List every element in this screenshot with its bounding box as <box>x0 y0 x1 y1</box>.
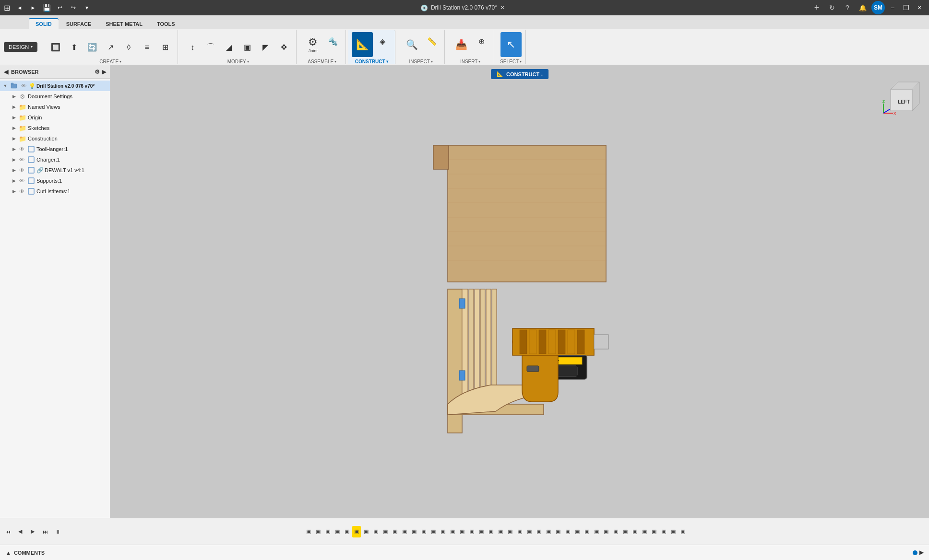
shell-btn[interactable]: ▣ <box>238 38 256 57</box>
move-btn[interactable]: ✥ <box>275 38 292 57</box>
tree-item-root[interactable]: ▼ 👁 💡 Drill Station v2.0 076 v70° <box>0 81 110 91</box>
expand-dewalt[interactable]: ▶ <box>11 167 17 174</box>
assemble-btn2[interactable]: 🔩 <box>324 32 342 51</box>
expand-charger[interactable]: ▶ <box>11 156 17 163</box>
tl-btn-9[interactable]: ▣ <box>381 526 390 537</box>
rib-btn[interactable]: ≡ <box>138 38 155 57</box>
sweep-btn[interactable]: ↗ <box>102 38 119 57</box>
insert-main-btn[interactable]: 📥 <box>451 32 472 57</box>
title-close-icon[interactable]: ✕ <box>500 4 505 11</box>
tl-btn-2[interactable]: ▣ <box>314 526 322 537</box>
add-tab-btn[interactable]: + <box>810 1 823 14</box>
tl-btn-29[interactable]: ▣ <box>573 526 582 537</box>
expand-doc-settings[interactable]: ▶ <box>11 93 17 100</box>
tl-btn-15[interactable]: ▣ <box>439 526 447 537</box>
tl-btn-16[interactable]: ▣ <box>448 526 457 537</box>
close-btn[interactable]: × <box>914 2 925 13</box>
revolve-btn[interactable]: 🔄 <box>83 38 101 57</box>
charger-eye-icon[interactable]: 👁 <box>18 156 25 163</box>
fillet-btn[interactable]: ⌒ <box>202 38 219 57</box>
tree-item-construction[interactable]: ▶ 📁 Construction <box>0 133 110 144</box>
tl-btn-20[interactable]: ▣ <box>487 526 495 537</box>
tree-item-dewalt[interactable]: ▶ 👁 🔗 DEWALT v1 v4:1 <box>0 165 110 175</box>
root-bulb-icon[interactable]: 💡 <box>29 82 36 89</box>
extrude-btn[interactable]: ⬆ <box>65 38 83 57</box>
expand-toolhanger[interactable]: ▶ <box>11 146 17 152</box>
tl-btn-3[interactable]: ▣ <box>323 526 332 537</box>
web-btn[interactable]: ⊞ <box>156 38 174 57</box>
select-main-btn[interactable]: ↖ <box>500 32 522 57</box>
inspect-btn2[interactable]: 📏 <box>423 32 441 51</box>
insert-label[interactable]: INSERT ▾ <box>460 59 481 64</box>
press-pull-btn[interactable]: ↕ <box>184 38 201 57</box>
viewport[interactable]: LEFT X Z <box>110 65 929 518</box>
app-menu-icon[interactable]: ⊞ <box>4 3 10 12</box>
refresh-btn[interactable]: ↻ <box>825 1 839 14</box>
expand-root[interactable]: ▼ <box>2 82 9 89</box>
expand-supports[interactable]: ▶ <box>11 177 17 184</box>
toolhanger-eye-icon[interactable]: 👁 <box>18 146 25 152</box>
tree-item-charger[interactable]: ▶ 👁 Charger:1 <box>0 154 110 165</box>
tl-btn-14[interactable]: ▣ <box>429 526 438 537</box>
expand-sketches[interactable]: ▶ <box>11 125 17 131</box>
expand-construction[interactable]: ▶ <box>11 135 17 142</box>
tree-item-named-views[interactable]: ▶ 📁 Named Views <box>0 102 110 112</box>
draft-btn[interactable]: ◤ <box>257 38 274 57</box>
tl-btn-10[interactable]: ▣ <box>391 526 399 537</box>
expand-cutlistitems[interactable]: ▶ <box>11 188 17 195</box>
help-btn[interactable]: ? <box>841 1 854 14</box>
tl-btn-39[interactable]: ▣ <box>669 526 678 537</box>
user-avatar[interactable]: SM <box>871 1 885 14</box>
tl-btn-33[interactable]: ▣ <box>611 526 620 537</box>
tab-sheet-metal[interactable]: SHEET METAL <box>99 19 149 29</box>
tl-btn-30[interactable]: ▣ <box>583 526 591 537</box>
cutlistitems-eye-icon[interactable]: 👁 <box>18 188 25 195</box>
tl-btn-28[interactable]: ▣ <box>563 526 572 537</box>
new-component-btn[interactable]: 🔲 <box>47 38 64 57</box>
assemble-label[interactable]: ASSEMBLE ▾ <box>308 59 336 64</box>
tl-btn-18[interactable]: ▣ <box>467 526 476 537</box>
minimize-btn[interactable]: − <box>887 2 898 13</box>
design-button[interactable]: DESIGN ▾ <box>4 42 37 52</box>
modify-label[interactable]: MODIFY ▾ <box>227 59 249 64</box>
tree-item-sketches[interactable]: ▶ 📁 Sketches <box>0 123 110 133</box>
tl-btn-38[interactable]: ▣ <box>659 526 668 537</box>
tl-btn-6[interactable]: ▣ <box>352 526 361 537</box>
supports-eye-icon[interactable]: 👁 <box>18 177 25 184</box>
tl-btn-22[interactable]: ▣ <box>506 526 514 537</box>
tl-btn-5[interactable]: ▣ <box>343 526 351 537</box>
inspect-label[interactable]: INSPECT ▾ <box>409 59 433 64</box>
save-btn[interactable]: 💾 <box>41 2 52 13</box>
tl-btn-17[interactable]: ▣ <box>458 526 466 537</box>
tl-btn-1[interactable]: ▣ <box>304 526 313 537</box>
tl-btn-34[interactable]: ▣ <box>621 526 630 537</box>
tab-tools[interactable]: TOOLS <box>150 19 182 29</box>
collapse-browser-btn[interactable]: ◀ <box>4 69 8 75</box>
root-eye-icon[interactable]: 👁 <box>20 82 27 89</box>
tab-surface[interactable]: SURFACE <box>60 19 98 29</box>
tab-solid[interactable]: SOLID <box>29 18 59 29</box>
tl-btn-4[interactable]: ▣ <box>333 526 342 537</box>
tl-btn-8[interactable]: ▣ <box>371 526 380 537</box>
timeline-start-btn[interactable]: ⏮ <box>2 526 13 537</box>
tl-btn-37[interactable]: ▣ <box>650 526 658 537</box>
inspect-main-btn[interactable]: 🔍 <box>401 32 422 57</box>
tl-btn-40[interactable]: ▣ <box>679 526 687 537</box>
tl-btn-13[interactable]: ▣ <box>419 526 428 537</box>
construct-main-btn[interactable]: 📐 <box>352 32 373 57</box>
tree-item-supports[interactable]: ▶ 👁 Supports:1 <box>0 175 110 186</box>
comments-expand-btn[interactable]: ▶ <box>919 549 923 556</box>
timeline-play-btn[interactable]: ▶ <box>27 526 38 537</box>
redo-btn[interactable]: ↪ <box>68 2 79 13</box>
tl-btn-27[interactable]: ▣ <box>554 526 562 537</box>
back-btn[interactable]: ◄ <box>14 2 25 13</box>
tree-item-toolhanger[interactable]: ▶ 👁 ToolHanger:1 <box>0 144 110 154</box>
insert-btn2[interactable]: ⊕ <box>473 32 490 51</box>
create-label[interactable]: CREATE ▾ <box>99 59 121 64</box>
joint-btn[interactable]: ⚙ Joint <box>302 32 323 57</box>
tl-btn-25[interactable]: ▣ <box>535 526 543 537</box>
chamfer-btn[interactable]: ◢ <box>220 38 238 57</box>
collapse-comments-btn[interactable]: ▲ <box>6 550 11 556</box>
tl-btn-31[interactable]: ▣ <box>592 526 601 537</box>
timeline-prev-btn[interactable]: ◀ <box>14 526 26 537</box>
